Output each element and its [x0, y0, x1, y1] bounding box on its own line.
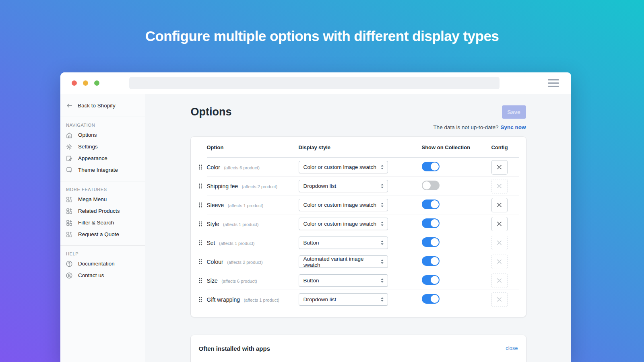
drag-handle-icon[interactable] [199, 259, 207, 264]
select-stepper-icon [380, 240, 384, 245]
display-style-value: Dropdown list [303, 183, 336, 189]
table-row: Colour (affects 2 product) Automated var… [199, 252, 519, 271]
arrow-left-icon [66, 102, 73, 109]
table-row: Style (affects 1 product) Color or custo… [199, 214, 519, 233]
column-header-config: Config [491, 144, 511, 150]
config-button[interactable] [491, 217, 508, 231]
display-style-select[interactable]: Dropdown list [299, 180, 388, 192]
sidebar-item-label: Theme Integrate [78, 167, 118, 173]
sync-now-link[interactable]: Sync now [500, 124, 526, 130]
table-row: Color (affects 6 product) Color or custo… [199, 158, 519, 177]
traffic-lights [72, 80, 99, 86]
option-affects-count: (affects 6 product) [224, 165, 259, 170]
column-header-option: Option [207, 144, 299, 150]
sidebar-item-related-products[interactable]: Related Products [60, 205, 145, 217]
sidebar-item-options[interactable]: Options [60, 129, 145, 141]
crossed-tools-icon [496, 183, 502, 189]
sidebar-item-mega-menu[interactable]: Mega Menu [60, 193, 145, 205]
drag-handle-icon[interactable] [199, 278, 207, 283]
sidebar-item-documentation[interactable]: Documentation [60, 258, 145, 269]
save-button[interactable]: Save [502, 105, 526, 119]
page-title: Options [191, 106, 232, 118]
show-on-collection-toggle[interactable] [422, 200, 440, 209]
theme-integrate-icon [66, 167, 73, 174]
back-to-shopify-link[interactable]: Back to Shopify [60, 102, 145, 109]
config-button[interactable] [491, 292, 508, 307]
option-affects-count: (affects 1 product) [219, 241, 254, 246]
grid-plus-icon [66, 208, 73, 215]
crossed-tools-icon [496, 164, 502, 170]
sidebar-item-appearance[interactable]: Appearance [60, 152, 145, 164]
option-name: Gift wrapping [207, 296, 240, 303]
table-row: Set (affects 1 product) Button [199, 233, 519, 252]
option-name: Colour [207, 259, 223, 265]
browser-window: Back to Shopify NAVIGATION Options [60, 72, 571, 362]
drag-handle-icon[interactable] [199, 240, 207, 245]
sidebar-item-contact-us[interactable]: Contact us [60, 269, 145, 281]
sidebar-item-request-a-quote[interactable]: Request a Quote [60, 228, 145, 240]
show-on-collection-toggle[interactable] [422, 294, 440, 304]
person-circle-icon [66, 272, 73, 279]
table-row: Gift wrapping (affects 1 product) Dropdo… [199, 290, 519, 309]
minimize-window-button[interactable] [83, 80, 88, 86]
show-on-collection-toggle[interactable] [422, 162, 440, 171]
sync-message: The data is not up-to-date? [433, 124, 498, 130]
display-style-select[interactable]: Color or custom image swatch [299, 161, 388, 173]
sidebar-item-label: Filter & Search [78, 220, 114, 226]
drag-handle-icon[interactable] [199, 221, 207, 226]
config-button[interactable] [491, 255, 508, 269]
display-style-value: Color or custom image swatch [303, 202, 377, 208]
zoom-window-button[interactable] [94, 80, 99, 86]
grid-plus-icon [66, 219, 73, 226]
show-on-collection-toggle[interactable] [422, 181, 440, 190]
display-style-select[interactable]: Automated variant image swatch [299, 255, 388, 268]
display-style-select[interactable]: Dropdown list [299, 293, 388, 306]
close-window-button[interactable] [72, 80, 77, 86]
drag-handle-icon[interactable] [199, 202, 207, 208]
drag-handle-icon[interactable] [199, 183, 207, 189]
table-row: Shipping fee (affects 2 product) Dropdow… [199, 177, 519, 195]
config-button[interactable] [491, 236, 508, 250]
sidebar-item-label: Request a Quote [78, 231, 119, 237]
sidebar-item-settings[interactable]: Settings [60, 141, 145, 152]
apps-card-close-link[interactable]: close [506, 345, 518, 351]
show-on-collection-toggle[interactable] [422, 237, 440, 247]
select-stepper-icon [380, 183, 384, 189]
section-label: HELP [60, 251, 145, 258]
select-stepper-icon [380, 259, 384, 264]
sync-status: The data is not up-to-date?Sync now [191, 124, 526, 130]
display-style-select[interactable]: Button [299, 237, 388, 249]
show-on-collection-toggle[interactable] [422, 218, 440, 228]
section-label: NAVIGATION [60, 123, 145, 129]
menu-icon[interactable] [548, 79, 559, 87]
section-label: MORE FEATURES [60, 187, 145, 193]
address-bar[interactable] [129, 77, 500, 89]
display-style-select[interactable]: Button [299, 274, 388, 287]
display-style-value: Automated variant image swatch [303, 256, 378, 268]
drag-handle-icon[interactable] [199, 297, 207, 302]
select-stepper-icon [380, 221, 384, 226]
show-on-collection-toggle[interactable] [422, 275, 440, 285]
show-on-collection-toggle[interactable] [422, 256, 440, 266]
option-affects-count: (affects 2 product) [242, 184, 277, 189]
grid-plus-icon [66, 196, 73, 203]
config-button[interactable] [491, 198, 508, 212]
display-style-select[interactable]: Color or custom image swatch [299, 199, 388, 211]
option-affects-count: (affects 6 product) [221, 279, 257, 284]
config-button[interactable] [491, 179, 508, 193]
config-button[interactable] [491, 160, 508, 175]
sidebar-item-theme-integrate[interactable]: Theme Integrate [60, 164, 145, 176]
config-button[interactable] [491, 274, 508, 288]
drag-handle-icon[interactable] [199, 165, 207, 170]
crossed-tools-icon [496, 202, 502, 208]
crossed-tools-icon [496, 240, 502, 246]
apps-card-title: Often installed with apps [199, 345, 270, 352]
display-style-select[interactable]: Color or custom image swatch [299, 218, 388, 230]
table-row: Size (affects 6 product) Button [199, 271, 519, 290]
column-header-show-on-collection: Show on Collection [422, 144, 491, 150]
sidebar-item-label: Options [78, 132, 97, 138]
crossed-tools-icon [496, 296, 502, 302]
sidebar-item-filter-search[interactable]: Filter & Search [60, 217, 145, 228]
sidebar-section-more-features: MORE FEATURES Mega Menu Related Products [60, 181, 145, 246]
table-header-row: Option Display style Show on Collection … [199, 137, 519, 158]
